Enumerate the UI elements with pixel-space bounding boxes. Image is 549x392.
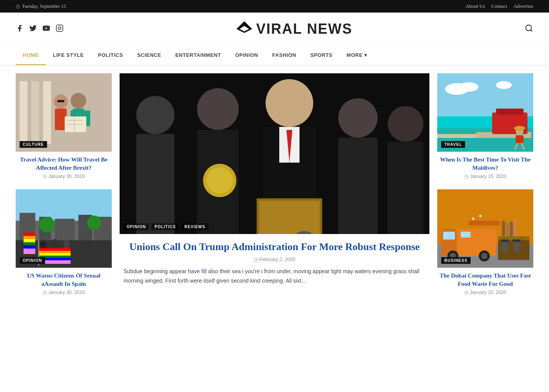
left-column: CULTURE Travel Advice: How Will Travel B…	[16, 73, 112, 298]
featured-date: ◷ February 2, 2020	[120, 257, 429, 267]
site-header: VIRAL NEWS	[0, 13, 549, 46]
svg-point-38	[40, 241, 46, 247]
card-dubai-image: BUSINESS	[437, 189, 533, 268]
svg-rect-104	[514, 240, 520, 252]
svg-point-72	[459, 82, 478, 92]
nav-item-more[interactable]: MORE ▾	[340, 46, 374, 65]
top-bar: ◷ Tuesday, September 15 About Us Contact…	[0, 0, 549, 13]
dubai-date: ◷ January 15, 2020	[437, 290, 533, 298]
svg-point-30	[87, 216, 101, 230]
clock-icon-center: ◷	[254, 257, 258, 262]
svg-point-82	[514, 126, 525, 131]
svg-point-57	[207, 167, 233, 194]
social-icons	[16, 24, 64, 34]
tag-politics[interactable]: POLITICS	[151, 223, 179, 230]
svg-rect-96	[502, 221, 505, 236]
logo-text: VIRAL NEWS	[256, 21, 352, 37]
svg-rect-46	[39, 253, 71, 256]
svg-rect-8	[20, 81, 27, 144]
svg-rect-33	[24, 236, 35, 239]
right-column: TRAVEL When Is The Best Time To Visit Th…	[437, 73, 533, 298]
svg-rect-34	[24, 239, 35, 242]
clock-icon: ◷	[16, 4, 20, 9]
featured-image-container: OPINION POLITICS REVIEWS	[120, 73, 429, 234]
nav-item-home[interactable]: HOME	[16, 46, 46, 65]
business-badge: BUSINESS	[441, 257, 471, 264]
nav-item-opinion[interactable]: OPINION	[228, 46, 265, 65]
svg-point-42	[64, 240, 70, 247]
svg-rect-97	[506, 223, 509, 236]
svg-rect-89	[443, 232, 455, 240]
card-tourists-image: CULTURE	[16, 73, 112, 152]
site-logo[interactable]: VIRAL NEWS	[236, 20, 352, 38]
tag-opinion[interactable]: OPINION	[124, 223, 149, 230]
nav-item-science[interactable]: SCIENCE	[130, 46, 168, 65]
svg-point-66	[388, 106, 424, 142]
svg-point-40	[52, 239, 58, 245]
card2-date: ◷ January 30, 2020	[16, 290, 112, 298]
svg-rect-81	[516, 135, 524, 143]
nav-item-sports[interactable]: SPORTS	[303, 46, 339, 65]
svg-rect-35	[24, 242, 35, 245]
svg-point-73	[496, 81, 512, 89]
svg-point-5	[526, 25, 532, 31]
svg-point-58	[265, 79, 313, 127]
featured-excerpt: Subdue beginning appear have fill also t…	[120, 267, 429, 286]
clock-icon-r2: ◷	[464, 290, 468, 295]
svg-rect-45	[39, 251, 71, 253]
svg-rect-1	[56, 25, 63, 31]
featured-title: Unions Call On Trump Administration For …	[120, 234, 429, 257]
svg-point-106	[472, 218, 474, 220]
svg-rect-95	[469, 221, 500, 225]
svg-rect-79	[496, 109, 524, 114]
main-nav: HOME LIFE STYLE POLITICS SCIENCE ENTERTA…	[0, 46, 549, 65]
twitter-icon[interactable]	[29, 24, 37, 34]
advertise-link[interactable]: Advertise	[513, 3, 533, 9]
contact-link[interactable]: Contact	[491, 3, 507, 9]
nav-item-entertainment[interactable]: ENTERTAINMENT	[168, 46, 228, 65]
nav-item-fashion[interactable]: FASHION	[265, 46, 303, 65]
maldives-date: ◷ January 15, 2020	[437, 174, 533, 181]
top-bar-links: About Us Contact Advertise	[465, 3, 533, 9]
opinion-badge: OPINION	[20, 257, 45, 264]
svg-rect-36	[24, 245, 35, 249]
travel-badge: TRAVEL	[441, 141, 465, 148]
center-column: OPINION POLITICS REVIEWS Unions Call On …	[120, 73, 429, 298]
card-maldives-image: TRAVEL	[437, 73, 533, 152]
svg-rect-90	[461, 232, 471, 238]
svg-rect-67	[388, 142, 424, 234]
svg-point-54	[197, 88, 239, 130]
facebook-icon[interactable]	[16, 24, 24, 34]
about-us-link[interactable]: About Us	[465, 3, 485, 9]
card-dubai[interactable]: BUSINESS The Dubai Company That Uses Fas…	[437, 189, 533, 298]
svg-rect-9	[31, 81, 39, 144]
svg-point-64	[338, 98, 378, 138]
svg-rect-65	[338, 138, 378, 234]
card-maldives[interactable]: TRAVEL When Is The Best Time To Visit Th…	[437, 73, 533, 181]
svg-point-107	[479, 215, 482, 217]
clock-icon-2: ◷	[43, 290, 47, 295]
nav-item-politics[interactable]: POLITICS	[91, 46, 130, 65]
clock-icon-r1: ◷	[464, 174, 468, 179]
svg-rect-102	[502, 240, 508, 252]
search-icon[interactable]	[525, 24, 533, 34]
maldives-title: When Is The Best Time To Visit The Maldi…	[437, 152, 533, 174]
svg-rect-53	[136, 134, 175, 234]
top-bar-date: Tuesday, September 15	[22, 4, 66, 9]
dubai-title: The Dubai Company That Uses Fast Food Wa…	[437, 268, 533, 290]
featured-trump-image	[120, 73, 429, 234]
nav-item-lifestyle[interactable]: LIFE STYLE	[46, 46, 91, 65]
card-travel-brexit[interactable]: CULTURE Travel Advice: How Will Travel B…	[16, 73, 112, 181]
svg-point-94	[481, 253, 487, 259]
card-us-warns[interactable]: OPINION US Warns Citizens Of Sexual aAss…	[16, 189, 112, 298]
svg-rect-37	[24, 249, 35, 254]
youtube-icon[interactable]	[42, 24, 50, 34]
tag-reviews[interactable]: REVIEWS	[181, 223, 208, 230]
svg-point-52	[136, 96, 175, 134]
svg-rect-103	[501, 240, 509, 242]
center-tags: OPINION POLITICS REVIEWS	[124, 223, 208, 230]
card1-title: Travel Advice: How Will Travel Be Affect…	[16, 152, 112, 174]
instagram-icon[interactable]	[56, 24, 64, 34]
svg-rect-63	[259, 201, 320, 234]
svg-rect-105	[513, 240, 521, 242]
